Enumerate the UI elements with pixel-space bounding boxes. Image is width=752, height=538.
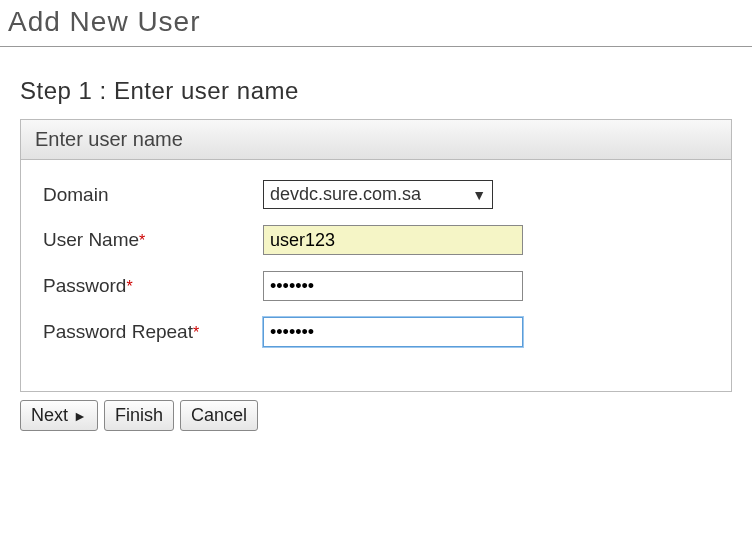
required-mark: *	[126, 278, 132, 295]
label-domain: Domain	[43, 184, 263, 206]
domain-select[interactable]: devdc.sure.com.sa ▼	[263, 180, 493, 209]
password-repeat-input[interactable]	[263, 317, 523, 347]
password-input[interactable]	[263, 271, 523, 301]
label-username: User Name*	[43, 229, 263, 251]
row-domain: Domain devdc.sure.com.sa ▼	[43, 180, 713, 209]
label-password: Password*	[43, 275, 263, 297]
button-row: Next ► Finish Cancel	[20, 400, 732, 431]
label-domain-text: Domain	[43, 184, 108, 205]
row-password: Password*	[43, 271, 713, 301]
label-password-repeat: Password Repeat*	[43, 321, 263, 343]
domain-selected-value: devdc.sure.com.sa	[270, 184, 421, 205]
step-heading: Step 1 : Enter user name	[0, 47, 752, 119]
row-password-repeat: Password Repeat*	[43, 317, 713, 347]
username-input[interactable]	[263, 225, 523, 255]
panel-header: Enter user name	[21, 120, 731, 160]
page-title: Add New User	[0, 0, 752, 47]
next-button[interactable]: Next ►	[20, 400, 98, 431]
finish-button[interactable]: Finish	[104, 400, 174, 431]
label-password-repeat-text: Password Repeat	[43, 321, 193, 342]
label-username-text: User Name	[43, 229, 139, 250]
row-username: User Name*	[43, 225, 713, 255]
chevron-down-icon: ▼	[472, 187, 486, 203]
panel-body: Domain devdc.sure.com.sa ▼ User Name* Pa…	[21, 160, 731, 391]
arrow-right-icon: ►	[73, 408, 87, 424]
cancel-button[interactable]: Cancel	[180, 400, 258, 431]
required-mark: *	[193, 324, 199, 341]
required-mark: *	[139, 232, 145, 249]
label-password-text: Password	[43, 275, 126, 296]
form-panel: Enter user name Domain devdc.sure.com.sa…	[20, 119, 732, 392]
next-button-label: Next	[31, 405, 68, 425]
